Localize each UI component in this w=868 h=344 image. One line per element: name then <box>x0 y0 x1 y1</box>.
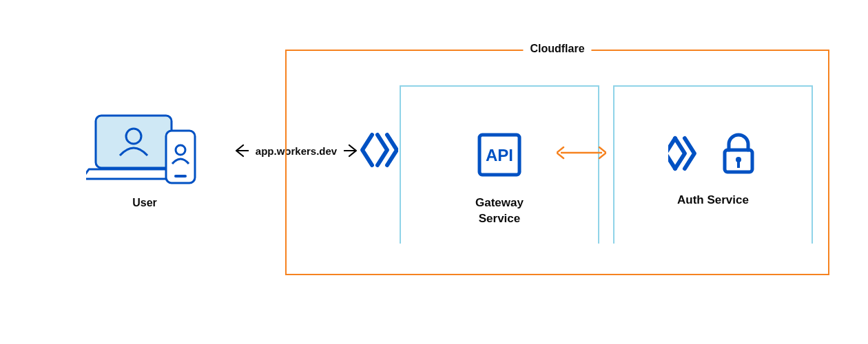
cloudflare-title: Cloudflare <box>523 43 591 55</box>
api-text: API <box>486 146 513 164</box>
user-label: User <box>83 197 207 209</box>
arrow-left-icon <box>234 143 249 158</box>
workers-chevron-icon <box>668 134 707 175</box>
user-device-icon <box>83 110 207 186</box>
lock-icon <box>719 132 758 178</box>
user-node: User <box>83 110 207 209</box>
svg-rect-0 <box>96 116 172 168</box>
workers-chevron-icon <box>360 131 398 169</box>
auth-service-box: Auth Service <box>613 85 813 244</box>
gateway-service-box: API GatewayService <box>400 85 599 244</box>
gateway-auth-bidirectional-arrow-icon <box>557 146 606 160</box>
svg-rect-8 <box>737 161 740 168</box>
svg-rect-4 <box>174 175 187 178</box>
api-box-icon: API <box>477 132 522 180</box>
gateway-service-label: GatewayService <box>475 195 524 227</box>
diagram-stage: User app.workers.dev Cloudflare <box>0 0 868 344</box>
auth-service-label: Auth Service <box>677 193 749 208</box>
